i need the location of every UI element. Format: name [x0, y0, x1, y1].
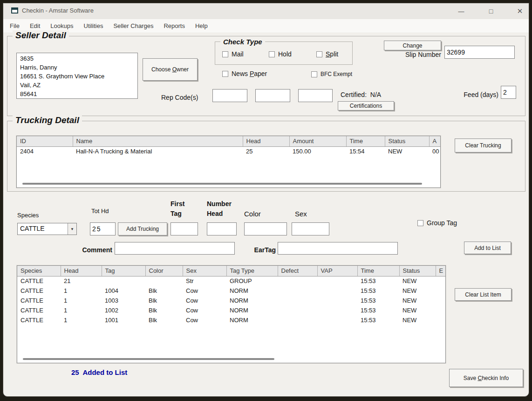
- table-cell: 150.00: [289, 146, 346, 156]
- column-header[interactable]: A: [429, 136, 441, 146]
- table-cell: 1001: [102, 315, 145, 325]
- table-cell: CATTLE: [17, 315, 61, 325]
- maximize-button[interactable]: □: [480, 3, 502, 19]
- rep-code-input-1[interactable]: [212, 89, 247, 102]
- table-row[interactable]: CATTLE11004BlkCowNORM15:53NEW: [17, 286, 445, 296]
- sex-input[interactable]: [292, 222, 329, 235]
- column-header[interactable]: Status: [385, 136, 429, 146]
- column-header[interactable]: Head: [243, 136, 289, 146]
- hold-checkbox-box[interactable]: [269, 51, 275, 57]
- column-header[interactable]: Time: [357, 266, 399, 276]
- column-header[interactable]: Sex: [183, 266, 226, 276]
- trucking-table-container[interactable]: IDNameHeadAmountTimeStatusA 2404Hall-N-A…: [16, 136, 441, 188]
- hold-checkbox[interactable]: Hold: [269, 50, 292, 58]
- table-cell: [436, 286, 445, 296]
- first-tag-input[interactable]: [171, 222, 198, 235]
- clear-list-item-button[interactable]: Clear List Item: [455, 288, 512, 301]
- mail-checkbox[interactable]: Mail: [222, 50, 244, 58]
- table-cell: NEW: [399, 276, 436, 286]
- column-header[interactable]: Status: [399, 266, 436, 276]
- window-title: Checkin - Amstar Software: [22, 7, 94, 14]
- column-header[interactable]: Color: [145, 266, 183, 276]
- comment-input[interactable]: [115, 242, 235, 255]
- list-hscrollbar[interactable]: [23, 358, 274, 360]
- table-cell: NORM: [226, 286, 278, 296]
- table-cell: 25: [243, 146, 289, 156]
- trucking-hscrollbar[interactable]: [22, 183, 422, 185]
- minimize-button[interactable]: —: [450, 3, 472, 19]
- seller-address-box[interactable]: 3635 Harris, Danny 16651 S. Graythorn Vi…: [16, 53, 138, 99]
- feed-days-input[interactable]: [501, 86, 516, 99]
- column-header[interactable]: Tag Type: [226, 266, 278, 276]
- seller-detail-title: Seller Detail: [13, 30, 69, 41]
- column-header[interactable]: Species: [17, 266, 61, 276]
- menu-seller-charges[interactable]: Seller Charges: [108, 19, 158, 33]
- table-cell: [278, 286, 317, 296]
- table-row[interactable]: 2404Hall-N-A Trucking & Material25150.00…: [17, 146, 441, 156]
- rep-codes-label: Rep Code(s): [161, 94, 198, 101]
- species-label: Species: [17, 212, 39, 219]
- eartag-input[interactable]: [278, 242, 398, 255]
- column-header[interactable]: Amount: [289, 136, 346, 146]
- table-row[interactable]: CATTLE11003BlkCowNORM15:53NEW: [17, 296, 445, 305]
- group-tag-checkbox-box[interactable]: [417, 220, 423, 226]
- table-row[interactable]: CATTLE11002BlkCowNORM15:53NEW: [17, 305, 445, 315]
- eartag-label: EarTag: [248, 246, 276, 254]
- column-header[interactable]: VAP: [317, 266, 357, 276]
- checkin-list-header: SpeciesHeadTagColorSexTag TypeDefectVAPT…: [17, 266, 445, 276]
- column-header[interactable]: E: [436, 266, 445, 276]
- save-checkin-info-button[interactable]: Save Checkin Info: [449, 369, 523, 387]
- table-cell: NEW: [399, 315, 436, 325]
- clear-trucking-button[interactable]: Clear Trucking: [455, 138, 512, 152]
- column-header[interactable]: Defect: [278, 266, 317, 276]
- column-header[interactable]: ID: [17, 136, 73, 146]
- table-cell: 15:53: [357, 286, 399, 296]
- change-button[interactable]: Change: [384, 41, 441, 50]
- table-cell: [436, 296, 445, 305]
- number-head-input[interactable]: [207, 222, 237, 235]
- menu-help[interactable]: Help: [190, 19, 213, 33]
- add-trucking-button[interactable]: Add Trucking: [118, 222, 167, 235]
- table-cell: NORM: [226, 305, 278, 315]
- certifications-button[interactable]: Certifications: [338, 101, 394, 111]
- tot-hd-input[interactable]: [90, 222, 116, 235]
- checkin-list-table: SpeciesHeadTagColorSexTag TypeDefectVAPT…: [17, 266, 446, 325]
- table-cell: 15:53: [357, 276, 399, 286]
- news-paper-checkbox-box[interactable]: [222, 71, 228, 77]
- split-checkbox[interactable]: Split: [316, 50, 338, 58]
- table-cell: 15:53: [357, 315, 399, 325]
- split-checkbox-box[interactable]: [316, 51, 322, 57]
- table-cell: Blk: [145, 305, 183, 315]
- table-row[interactable]: CATTLE21StrGROUP15:53NEW: [17, 276, 445, 286]
- rep-code-input-3[interactable]: [298, 89, 333, 102]
- color-label: Color: [244, 210, 261, 218]
- mail-checkbox-box[interactable]: [222, 51, 228, 57]
- table-cell: [278, 315, 317, 325]
- menu-reports[interactable]: Reports: [158, 19, 190, 33]
- bfc-exempt-checkbox-box[interactable]: [311, 71, 317, 77]
- table-cell: 1: [61, 315, 102, 325]
- menu-utilities[interactable]: Utilities: [79, 19, 109, 33]
- group-tag-checkbox[interactable]: Group Tag: [417, 219, 457, 227]
- color-input[interactable]: [244, 222, 287, 235]
- table-cell: Blk: [145, 286, 183, 296]
- bfc-exempt-checkbox[interactable]: BFC Exempt: [311, 71, 352, 77]
- choose-owner-button[interactable]: Choose Owner: [143, 58, 198, 81]
- table-cell: [102, 276, 145, 286]
- chevron-down-icon[interactable]: ▼: [68, 223, 76, 235]
- slip-number-input[interactable]: [444, 46, 515, 59]
- table-row[interactable]: CATTLE11001BlkCowNORM15:53NEW: [17, 315, 445, 325]
- rep-code-input-2[interactable]: [255, 89, 290, 102]
- close-button[interactable]: ✕: [509, 3, 529, 19]
- news-paper-checkbox[interactable]: News Paper: [222, 70, 267, 77]
- title-bar[interactable]: Checkin - Amstar Software — □ ✕: [3, 3, 529, 19]
- column-header[interactable]: Tag: [102, 266, 145, 276]
- species-dropdown[interactable]: CATTLE ▼: [17, 223, 77, 235]
- app-window: Checkin - Amstar Software — □ ✕ File Edi…: [3, 3, 529, 397]
- checkin-list-container[interactable]: SpeciesHeadTagColorSexTag TypeDefectVAPT…: [17, 265, 446, 363]
- add-to-list-button[interactable]: Add to List: [464, 242, 511, 254]
- column-header[interactable]: Name: [73, 136, 243, 146]
- column-header[interactable]: Head: [61, 266, 102, 276]
- table-cell: Hall-N-A Trucking & Material: [73, 146, 243, 156]
- column-header[interactable]: Time: [346, 136, 385, 146]
